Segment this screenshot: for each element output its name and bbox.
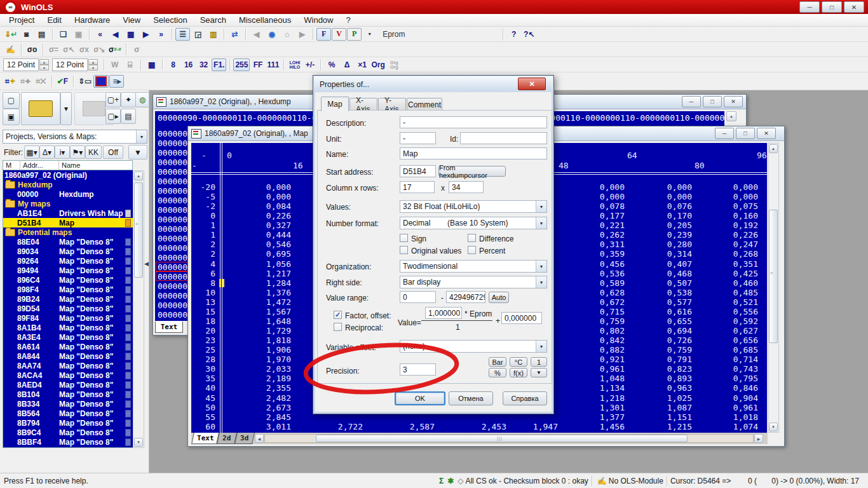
- width-32-button[interactable]: 32: [196, 58, 211, 71]
- unit-one-button[interactable]: 1: [531, 357, 547, 367]
- map-hscrollbar[interactable]: |||: [264, 434, 754, 443]
- from-hexdumpcursor-button[interactable]: From hexdumpcursor: [438, 166, 506, 177]
- tree-item[interactable]: 896C4Map "Denso 8": [3, 275, 133, 285]
- original-button[interactable]: Org: [370, 58, 386, 71]
- tree-mode-combo[interactable]: Projects, Versions & Maps:▼: [3, 130, 147, 144]
- help-button[interactable]: Справка: [503, 391, 547, 405]
- next-map-icon[interactable]: ▶: [139, 28, 153, 41]
- grid-overview-icon[interactable]: ▦: [144, 58, 159, 71]
- map-hscroll-left[interactable]: ◀: [255, 434, 264, 443]
- reciprocal-checkbox[interactable]: [334, 323, 342, 331]
- font-size-spinner-1[interactable]: 12 Point ▴▾: [3, 58, 49, 71]
- search-next-icon[interactable]: σ↘: [92, 43, 107, 56]
- window-mode-icon[interactable]: [93, 75, 109, 88]
- tree-item[interactable]: 8AED4Map "Denso 8": [3, 380, 133, 390]
- list-view-icon[interactable]: ⇕▭: [77, 75, 93, 88]
- first-map-icon[interactable]: «: [93, 28, 107, 41]
- filter-type-button[interactable]: ▦▾: [24, 146, 39, 159]
- help-icon[interactable]: ?: [506, 28, 521, 41]
- sign-button[interactable]: +/-: [302, 58, 317, 71]
- width-8-button[interactable]: 8: [166, 58, 180, 71]
- ok-button[interactable]: OK: [395, 391, 445, 405]
- tree-item[interactable]: 8B9C4Map "Denso 8": [3, 428, 133, 437]
- menu-view[interactable]: View: [116, 15, 147, 25]
- auto-button[interactable]: Auto: [489, 292, 509, 303]
- right-side-combo[interactable]: Bar display▼: [400, 276, 547, 288]
- fullversion-button[interactable]: F: [316, 28, 331, 41]
- last-map-icon[interactable]: »: [154, 28, 168, 41]
- sign-checkbox[interactable]: [400, 234, 408, 242]
- search-equal-icon[interactable]: σ=: [46, 43, 61, 56]
- tree-item[interactable]: 8B104Map "Denso 8": [3, 390, 133, 399]
- tree-column-header[interactable]: M Addr... Name: [3, 160, 133, 170]
- map-hscroll-right[interactable]: ▶: [754, 434, 763, 443]
- unit-dropdown-button[interactable]: ▼: [531, 368, 547, 377]
- hex-button[interactable]: FF: [250, 58, 265, 71]
- description-input[interactable]: -: [400, 116, 547, 128]
- tree-item[interactable]: 8BBF4Map "Denso 8": [3, 437, 133, 447]
- map-minimize-button[interactable]: ─: [715, 128, 734, 139]
- tree-item[interactable]: D51B4Map: [3, 218, 133, 227]
- organization-combo[interactable]: Twodimensional▼: [400, 260, 547, 273]
- tree-item[interactable]: 8ACA4Map "Denso 8": [3, 370, 133, 380]
- tree-item[interactable]: 89B24Map "Denso 8": [3, 294, 133, 304]
- close-button[interactable]: ✕: [844, 1, 864, 13]
- tree-item[interactable]: 89F84Map "Denso 8": [3, 313, 133, 323]
- hexdump-maximize-button[interactable]: □: [703, 96, 722, 107]
- tab-comment[interactable]: Comment: [407, 98, 442, 111]
- menu-[interactable]: ?: [340, 15, 357, 25]
- menu-miscellaneous[interactable]: Miscellaneous: [233, 15, 297, 25]
- new-window-icon[interactable]: ❏: [56, 28, 71, 41]
- tree-folder[interactable]: Hexdump: [3, 180, 133, 189]
- menu-window[interactable]: Window: [297, 15, 339, 25]
- columns-input[interactable]: 17: [400, 181, 435, 193]
- project-properties-icon[interactable]: ▥: [206, 28, 220, 41]
- eprom-dropdown-arrow[interactable]: ▼: [362, 28, 377, 41]
- tree-item[interactable]: 89034Map "Denso 8": [3, 247, 133, 256]
- tree-item[interactable]: 8A1B4Map "Denso 8": [3, 323, 133, 332]
- original-values-checkbox[interactable]: [400, 246, 408, 254]
- simulator-icon[interactable]: ◉: [264, 28, 279, 41]
- difference-checkbox[interactable]: [468, 234, 476, 242]
- factor-offset-checkbox[interactable]: ✓: [334, 311, 342, 319]
- precision-input[interactable]: 3: [400, 363, 436, 376]
- menu-search[interactable]: Search: [194, 15, 233, 25]
- tree-item[interactable]: 88E04Map "Denso 8": [3, 237, 133, 247]
- search-prev-icon[interactable]: σ↖: [62, 43, 76, 56]
- tab-map[interactable]: Map: [321, 97, 349, 111]
- version-wizard-button[interactable]: ✦: [121, 92, 136, 107]
- hexdump-close-button[interactable]: ✕: [724, 96, 743, 107]
- upload-gray-icon[interactable]: ⌂: [280, 28, 294, 41]
- tree-item[interactable]: 8B794Map "Denso 8": [3, 418, 133, 428]
- filter-kk-button[interactable]: KK: [85, 146, 102, 159]
- tree-item[interactable]: 8A614Map "Denso 8": [3, 342, 133, 351]
- menu-project[interactable]: Project: [3, 15, 41, 25]
- menu-selection[interactable]: Selection: [147, 15, 193, 25]
- search-remove-icon[interactable]: σx: [77, 43, 92, 56]
- list-settings-button[interactable]: ▤: [121, 109, 136, 124]
- checked-map-icon[interactable]: ✔F: [55, 75, 70, 88]
- swap-icon[interactable]: ⇄: [227, 28, 242, 41]
- hexdump-scroll-up[interactable]: ▲: [726, 111, 736, 121]
- col-name[interactable]: Name: [59, 161, 132, 170]
- search-window-icon[interactable]: ◲: [191, 28, 205, 41]
- curve-view-icon[interactable]: W: [107, 58, 122, 71]
- hexdump-text-tab[interactable]: Text: [155, 322, 183, 333]
- signature-icon[interactable]: ✍: [3, 43, 18, 56]
- export-version-button[interactable]: ▢▸: [105, 109, 121, 124]
- tree-item[interactable]: 8B564Map "Denso 8": [3, 409, 133, 418]
- col-addr[interactable]: Addr...: [20, 161, 59, 170]
- filter-dropdown-button[interactable]: ▼: [128, 145, 147, 159]
- forward-gray-icon[interactable]: ▶: [295, 28, 309, 41]
- binary-button[interactable]: 111: [266, 58, 280, 71]
- width-float-button[interactable]: F1.: [212, 58, 226, 71]
- percent-button[interactable]: %: [324, 58, 339, 71]
- dialog-close-button[interactable]: ✕: [518, 78, 546, 90]
- panel-collapse-arrow[interactable]: ◀: [144, 261, 149, 267]
- context-help-icon[interactable]: ?↖: [522, 28, 536, 41]
- dialog-titlebar[interactable]: Properties of...: [314, 76, 553, 92]
- map-close-button[interactable]: ✕: [757, 128, 776, 139]
- minimize-button[interactable]: ─: [799, 1, 820, 13]
- decimal-button[interactable]: 255: [233, 58, 250, 71]
- factor-input[interactable]: 1,000000: [425, 307, 462, 319]
